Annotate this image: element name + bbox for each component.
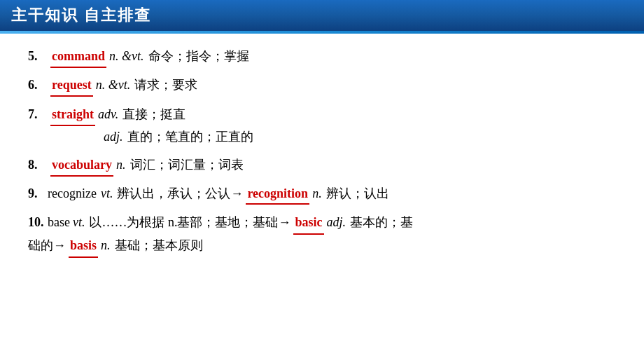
entry-8-number: 8. bbox=[28, 155, 45, 175]
entry-5: 5. command n. &vt. 命令；指令；掌握 bbox=[28, 46, 616, 68]
entry-6-answer: request bbox=[50, 75, 93, 97]
entry-9-prefix-def: 辨认出，承认；公认→ bbox=[117, 184, 243, 204]
entry-8-pos: n. bbox=[116, 155, 126, 175]
entry-10-prefix-def: 以……为根据 n.基部；基地；基础→ bbox=[89, 212, 290, 233]
entry-8: 8. vocabulary n. 词汇；词汇量；词表 bbox=[28, 155, 616, 177]
entry-10-line1: 10. base vt. 以……为根据 n.基部；基地；基础→ basic ad… bbox=[28, 212, 616, 235]
entry-7-answer: straight bbox=[50, 104, 95, 127]
entry-9-pos: n. bbox=[312, 184, 322, 204]
entry-7: 7. straight adv. 直接；挺直 adj. 直的；笔直的；正直的 bbox=[28, 104, 616, 148]
entry-9-prefix-pos: vt. bbox=[101, 184, 113, 204]
entry-10-cont: 础的→ bbox=[28, 235, 66, 256]
main-content: 5. command n. &vt. 命令；指令；掌握 6. request n… bbox=[0, 34, 644, 273]
entry-7-number: 7. bbox=[28, 104, 45, 125]
entry-10-prefix-pos: vt. bbox=[73, 212, 85, 233]
entry-7-def1: 直接；挺直 bbox=[122, 104, 186, 125]
entry-10: 10. base vt. 以……为根据 n.基部；基地；基础→ basic ad… bbox=[28, 212, 616, 257]
entry-9-answer: recognition bbox=[246, 184, 309, 205]
entry-5-def: 命令；指令；掌握 bbox=[148, 46, 249, 67]
entry-6-def: 请求；要求 bbox=[134, 75, 197, 95]
entry-10-answer1: basic bbox=[293, 212, 323, 235]
entry-10-def2: 基础；基本原则 bbox=[115, 235, 203, 256]
entry-9-def: 辨认；认出 bbox=[326, 184, 389, 204]
entry-7-line2: adj. 直的；笔直的；正直的 bbox=[104, 126, 616, 148]
entry-10-pos1: adj. bbox=[327, 212, 346, 233]
entry-5-pos: n. &vt. bbox=[109, 46, 144, 67]
entry-6: 6. request n. &vt. 请求；要求 bbox=[28, 75, 616, 97]
entry-7-def2: 直的；笔直的；正直的 bbox=[127, 126, 253, 148]
entry-10-number: 10. bbox=[28, 212, 45, 233]
entry-7-line1: 7. straight adv. 直接；挺直 bbox=[28, 104, 616, 127]
entry-10-prefix: base bbox=[48, 212, 70, 233]
entry-7-pos2: adj. bbox=[104, 126, 123, 148]
entry-10-answer2: basis bbox=[69, 235, 98, 258]
header-title: 主干知识 自主排查 bbox=[11, 5, 151, 26]
entry-10-pos2: n. bbox=[101, 235, 111, 256]
entry-9-prefix: recognize bbox=[48, 184, 97, 204]
entry-9: 9. recognize vt. 辨认出，承认；公认→ recognition … bbox=[28, 184, 616, 205]
header-bar: 主干知识 自主排查 bbox=[0, 0, 644, 31]
entry-6-pos: n. &vt. bbox=[96, 75, 131, 95]
entry-10-line2: 础的→ basis n. 基础；基本原则 bbox=[28, 235, 616, 258]
entry-8-def: 词汇；词汇量；词表 bbox=[130, 155, 244, 175]
entry-10-def1: 基本的；基 bbox=[350, 212, 413, 233]
entry-8-answer: vocabulary bbox=[50, 155, 113, 177]
entry-6-number: 6. bbox=[28, 75, 45, 95]
entry-5-answer: command bbox=[50, 46, 106, 68]
entry-5-number: 5. bbox=[28, 46, 45, 67]
entry-7-pos1: adv. bbox=[98, 104, 118, 125]
entry-9-number: 9. bbox=[28, 184, 45, 204]
